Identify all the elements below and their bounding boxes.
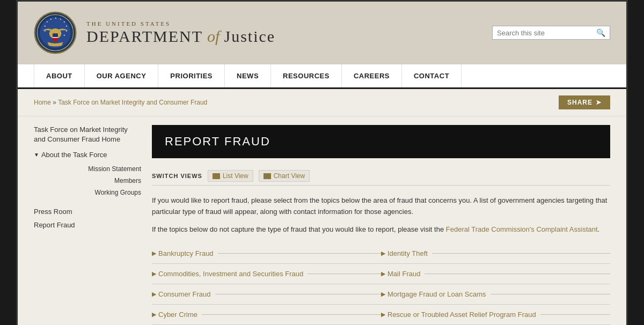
ftc-link[interactable]: Federal Trade Commission's Complaint Ass…: [446, 225, 598, 233]
divider-line: [491, 294, 610, 294]
fraud-items-grid: ▶ Bankruptcy Fraud ▶ Identity Theft ▶ Co…: [152, 243, 610, 325]
svg-rect-14: [53, 37, 58, 38]
fraud-item-consumer: ▶ Consumer Fraud: [152, 284, 381, 305]
dept-main-text: DEPARTMENT: [86, 27, 203, 45]
svg-text:★: ★: [55, 17, 57, 19]
fraud-link-commodities[interactable]: Commodities, Investment and Securities F…: [158, 270, 303, 278]
list-icon: [213, 173, 220, 179]
nav-item-about[interactable]: ABOUT: [34, 64, 85, 87]
fraud-item-mail-fraud: ▶ Mail Fraud: [381, 264, 610, 284]
navbar: ABOUT OUR AGENCY PRIORITIES NEWS RESOURC…: [18, 64, 626, 89]
svg-text:★: ★: [65, 25, 68, 27]
dept-top-text: THE UNITED STATES: [86, 20, 275, 27]
search-input[interactable]: [497, 29, 596, 37]
department-name: THE UNITED STATES DEPARTMENT of Justice: [86, 20, 275, 45]
sidebar-home-link[interactable]: Task Force on Market Integrity and Consu…: [34, 125, 141, 144]
main-content: REPORT FRAUD SWITCH VIEWS List View Char…: [152, 116, 610, 325]
intro-paragraph-1: If you would like to report fraud, pleas…: [152, 195, 610, 218]
nav-item-careers[interactable]: CAREERS: [342, 64, 402, 87]
nav-item-contact[interactable]: CONTACT: [402, 64, 462, 87]
divider-line: [218, 253, 381, 254]
dept-justice-text: Justice: [224, 27, 275, 45]
breadcrumb-home[interactable]: Home: [34, 99, 51, 106]
breadcrumb-bar: Home » Task Force on Market Integrity an…: [18, 89, 626, 116]
sidebar-item-members[interactable]: Members: [42, 175, 141, 187]
svg-text:★: ★: [65, 29, 68, 32]
switch-views-bar: SWITCH VIEWS List View Chart View: [152, 167, 610, 186]
fraud-link-mail[interactable]: Mail Fraud: [387, 270, 420, 278]
fraud-link-bankruptcy[interactable]: Bankruptcy Fraud: [158, 249, 214, 257]
intro-p2-pre: If the topics below do not capture the t…: [152, 225, 446, 233]
expand-icon: ▼: [34, 152, 39, 158]
doj-seal: ★ ★ ★ ★ ★ ★ ★ ★ ★ ★: [34, 11, 77, 54]
fraud-link-identity[interactable]: Identity Theft: [387, 249, 428, 257]
fraud-item-commodities: ▶ Commodities, Investment and Securities…: [152, 264, 381, 284]
arrow-icon-r3: ▶: [381, 311, 385, 318]
arrow-icon-3: ▶: [152, 311, 156, 318]
sidebar-item-report-fraud[interactable]: Report Fraud: [34, 218, 141, 232]
sidebar-item-working-groups[interactable]: Working Groups: [42, 187, 141, 198]
sidebar-about-section[interactable]: ▼ About the Task Force: [34, 151, 141, 159]
fraud-item-bankruptcy: ▶ Bankruptcy Fraud: [152, 243, 381, 264]
sidebar-home-text: Task Force on Market Integrity and Consu…: [34, 125, 128, 143]
main-layout: Task Force on Market Integrity and Consu…: [18, 116, 626, 325]
svg-text:★: ★: [44, 25, 46, 27]
fraud-link-mortgage[interactable]: Mortgage Fraud or Loan Scams: [387, 290, 486, 298]
intro-p2-post: .: [598, 225, 600, 233]
svg-text:★: ★: [60, 18, 62, 20]
fraud-item-rescue: ▶ Rescue or Troubled Asset Relief Progra…: [381, 305, 610, 325]
divider-line: [215, 294, 381, 294]
svg-text:★: ★: [44, 29, 46, 32]
chart-view-button[interactable]: Chart View: [259, 170, 310, 182]
breadcrumb: Home » Task Force on Market Integrity an…: [34, 99, 207, 106]
share-button[interactable]: SHARE ➤: [559, 95, 610, 109]
share-icon: ➤: [596, 99, 602, 106]
fraud-link-cyber[interactable]: Cyber Crime: [158, 311, 197, 319]
switch-views-label: SWITCH VIEWS: [152, 173, 202, 179]
nav-item-our-agency[interactable]: OUR AGENCY: [85, 64, 159, 87]
divider-line: [202, 314, 381, 315]
svg-text:★: ★: [63, 34, 65, 36]
divider-line: [425, 274, 610, 274]
sidebar: Task Force on Market Integrity and Consu…: [34, 116, 141, 325]
page-title: REPORT FRAUD: [165, 135, 270, 148]
breadcrumb-separator: »: [53, 99, 58, 106]
arrow-icon-r0: ▶: [381, 250, 385, 257]
fraud-link-consumer[interactable]: Consumer Fraud: [158, 290, 211, 298]
fraud-item-identity-theft: ▶ Identity Theft: [381, 243, 610, 264]
arrow-icon-1: ▶: [152, 270, 156, 277]
svg-text:★: ★: [63, 20, 65, 23]
sidebar-item-press-room[interactable]: Press Room: [34, 205, 141, 218]
nav-item-priorities[interactable]: PRIORITIES: [158, 64, 225, 87]
share-label: SHARE: [567, 99, 592, 106]
dept-of-text: of: [207, 27, 219, 45]
chart-icon: [264, 173, 271, 179]
svg-text:★: ★: [50, 18, 52, 20]
page-title-bar: REPORT FRAUD: [152, 125, 610, 158]
header: ★ ★ ★ ★ ★ ★ ★ ★ ★ ★ THE U: [18, 2, 626, 64]
fraud-link-rescue[interactable]: Rescue or Troubled Asset Relief Program …: [387, 311, 536, 319]
chart-view-label: Chart View: [274, 172, 305, 180]
breadcrumb-current[interactable]: Task Force on Market Integrity and Consu…: [58, 99, 207, 106]
search-icon: 🔍: [596, 28, 605, 37]
intro-paragraph-2: If the topics below do not capture the t…: [152, 224, 610, 235]
nav-item-news[interactable]: NEWS: [225, 64, 271, 87]
fraud-item-cyber: ▶ Cyber Crime: [152, 305, 381, 325]
nav-item-resources[interactable]: RESOURCES: [271, 64, 342, 87]
arrow-icon-2: ▶: [152, 291, 156, 298]
list-view-button[interactable]: List View: [208, 170, 253, 182]
divider-line: [540, 314, 610, 315]
svg-text:★: ★: [46, 20, 48, 23]
sidebar-sub-items: Mission Statement Members Working Groups: [42, 163, 141, 198]
divider-line: [308, 274, 381, 274]
divider-line: [432, 253, 610, 254]
page-wrapper: Home » Task Force on Market Integrity an…: [18, 89, 626, 325]
list-view-label: List View: [223, 172, 248, 180]
arrow-icon-0: ▶: [152, 250, 156, 257]
fraud-item-mortgage: ▶ Mortgage Fraud or Loan Scams: [381, 284, 610, 305]
search-box[interactable]: 🔍: [492, 26, 610, 40]
sidebar-item-mission[interactable]: Mission Statement: [42, 163, 141, 175]
arrow-icon-r1: ▶: [381, 270, 385, 277]
about-section-label: About the Task Force: [41, 151, 107, 159]
arrow-icon-r2: ▶: [381, 291, 385, 298]
